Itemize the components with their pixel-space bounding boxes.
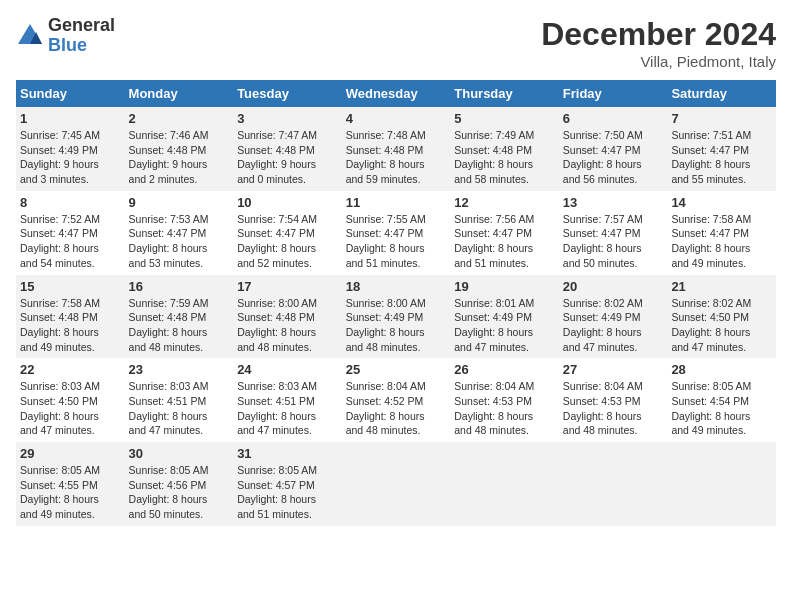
- day-number: 14: [671, 195, 772, 210]
- logo: General Blue: [16, 16, 115, 56]
- day-detail: Sunrise: 7:54 AMSunset: 4:47 PMDaylight:…: [237, 213, 317, 269]
- calendar-week-4: 22Sunrise: 8:03 AMSunset: 4:50 PMDayligh…: [16, 358, 776, 442]
- day-number: 21: [671, 279, 772, 294]
- day-detail: Sunrise: 8:01 AMSunset: 4:49 PMDaylight:…: [454, 297, 534, 353]
- table-row: 17Sunrise: 8:00 AMSunset: 4:48 PMDayligh…: [233, 275, 342, 359]
- day-detail: Sunrise: 7:46 AMSunset: 4:48 PMDaylight:…: [129, 129, 209, 185]
- col-monday: Monday: [125, 80, 234, 107]
- day-number: 17: [237, 279, 338, 294]
- table-row: 20Sunrise: 8:02 AMSunset: 4:49 PMDayligh…: [559, 275, 668, 359]
- table-row: [667, 442, 776, 526]
- day-number: 30: [129, 446, 230, 461]
- col-sunday: Sunday: [16, 80, 125, 107]
- day-number: 8: [20, 195, 121, 210]
- table-row: 13Sunrise: 7:57 AMSunset: 4:47 PMDayligh…: [559, 191, 668, 275]
- table-row: 15Sunrise: 7:58 AMSunset: 4:48 PMDayligh…: [16, 275, 125, 359]
- table-row: 6Sunrise: 7:50 AMSunset: 4:47 PMDaylight…: [559, 107, 668, 191]
- day-detail: Sunrise: 7:50 AMSunset: 4:47 PMDaylight:…: [563, 129, 643, 185]
- day-number: 11: [346, 195, 447, 210]
- day-number: 31: [237, 446, 338, 461]
- day-detail: Sunrise: 8:04 AMSunset: 4:53 PMDaylight:…: [454, 380, 534, 436]
- day-number: 1: [20, 111, 121, 126]
- day-detail: Sunrise: 7:45 AMSunset: 4:49 PMDaylight:…: [20, 129, 100, 185]
- table-row: 9Sunrise: 7:53 AMSunset: 4:47 PMDaylight…: [125, 191, 234, 275]
- day-detail: Sunrise: 7:58 AMSunset: 4:47 PMDaylight:…: [671, 213, 751, 269]
- day-detail: Sunrise: 8:05 AMSunset: 4:57 PMDaylight:…: [237, 464, 317, 520]
- day-number: 25: [346, 362, 447, 377]
- day-detail: Sunrise: 7:51 AMSunset: 4:47 PMDaylight:…: [671, 129, 751, 185]
- day-number: 20: [563, 279, 664, 294]
- table-row: 22Sunrise: 8:03 AMSunset: 4:50 PMDayligh…: [16, 358, 125, 442]
- logo-text: General Blue: [48, 16, 115, 56]
- table-row: 25Sunrise: 8:04 AMSunset: 4:52 PMDayligh…: [342, 358, 451, 442]
- table-row: 18Sunrise: 8:00 AMSunset: 4:49 PMDayligh…: [342, 275, 451, 359]
- location: Villa, Piedmont, Italy: [541, 53, 776, 70]
- table-row: 4Sunrise: 7:48 AMSunset: 4:48 PMDaylight…: [342, 107, 451, 191]
- table-row: 28Sunrise: 8:05 AMSunset: 4:54 PMDayligh…: [667, 358, 776, 442]
- day-detail: Sunrise: 7:48 AMSunset: 4:48 PMDaylight:…: [346, 129, 426, 185]
- day-number: 10: [237, 195, 338, 210]
- day-detail: Sunrise: 7:47 AMSunset: 4:48 PMDaylight:…: [237, 129, 317, 185]
- day-number: 4: [346, 111, 447, 126]
- table-row: 19Sunrise: 8:01 AMSunset: 4:49 PMDayligh…: [450, 275, 559, 359]
- day-detail: Sunrise: 7:56 AMSunset: 4:47 PMDaylight:…: [454, 213, 534, 269]
- table-row: 27Sunrise: 8:04 AMSunset: 4:53 PMDayligh…: [559, 358, 668, 442]
- day-number: 26: [454, 362, 555, 377]
- table-row: 5Sunrise: 7:49 AMSunset: 4:48 PMDaylight…: [450, 107, 559, 191]
- col-wednesday: Wednesday: [342, 80, 451, 107]
- day-number: 3: [237, 111, 338, 126]
- day-detail: Sunrise: 7:49 AMSunset: 4:48 PMDaylight:…: [454, 129, 534, 185]
- table-row: 29Sunrise: 8:05 AMSunset: 4:55 PMDayligh…: [16, 442, 125, 526]
- day-detail: Sunrise: 8:00 AMSunset: 4:49 PMDaylight:…: [346, 297, 426, 353]
- table-row: 26Sunrise: 8:04 AMSunset: 4:53 PMDayligh…: [450, 358, 559, 442]
- day-detail: Sunrise: 7:53 AMSunset: 4:47 PMDaylight:…: [129, 213, 209, 269]
- day-number: 23: [129, 362, 230, 377]
- calendar-week-3: 15Sunrise: 7:58 AMSunset: 4:48 PMDayligh…: [16, 275, 776, 359]
- col-tuesday: Tuesday: [233, 80, 342, 107]
- day-detail: Sunrise: 7:58 AMSunset: 4:48 PMDaylight:…: [20, 297, 100, 353]
- table-row: 16Sunrise: 7:59 AMSunset: 4:48 PMDayligh…: [125, 275, 234, 359]
- day-number: 9: [129, 195, 230, 210]
- logo-general: General: [48, 16, 115, 36]
- calendar-week-1: 1Sunrise: 7:45 AMSunset: 4:49 PMDaylight…: [16, 107, 776, 191]
- logo-icon: [16, 22, 44, 50]
- table-row: 31Sunrise: 8:05 AMSunset: 4:57 PMDayligh…: [233, 442, 342, 526]
- day-number: 12: [454, 195, 555, 210]
- calendar-header-row: Sunday Monday Tuesday Wednesday Thursday…: [16, 80, 776, 107]
- day-detail: Sunrise: 8:05 AMSunset: 4:54 PMDaylight:…: [671, 380, 751, 436]
- table-row: 8Sunrise: 7:52 AMSunset: 4:47 PMDaylight…: [16, 191, 125, 275]
- day-number: 5: [454, 111, 555, 126]
- day-number: 13: [563, 195, 664, 210]
- col-thursday: Thursday: [450, 80, 559, 107]
- table-row: 7Sunrise: 7:51 AMSunset: 4:47 PMDaylight…: [667, 107, 776, 191]
- table-row: [450, 442, 559, 526]
- table-row: 12Sunrise: 7:56 AMSunset: 4:47 PMDayligh…: [450, 191, 559, 275]
- month-title: December 2024: [541, 16, 776, 53]
- calendar-table: Sunday Monday Tuesday Wednesday Thursday…: [16, 80, 776, 526]
- logo-blue: Blue: [48, 36, 115, 56]
- day-detail: Sunrise: 7:52 AMSunset: 4:47 PMDaylight:…: [20, 213, 100, 269]
- day-number: 6: [563, 111, 664, 126]
- calendar-week-2: 8Sunrise: 7:52 AMSunset: 4:47 PMDaylight…: [16, 191, 776, 275]
- table-row: 2Sunrise: 7:46 AMSunset: 4:48 PMDaylight…: [125, 107, 234, 191]
- day-detail: Sunrise: 8:03 AMSunset: 4:51 PMDaylight:…: [237, 380, 317, 436]
- day-number: 18: [346, 279, 447, 294]
- col-saturday: Saturday: [667, 80, 776, 107]
- table-row: 30Sunrise: 8:05 AMSunset: 4:56 PMDayligh…: [125, 442, 234, 526]
- calendar-week-5: 29Sunrise: 8:05 AMSunset: 4:55 PMDayligh…: [16, 442, 776, 526]
- table-row: 24Sunrise: 8:03 AMSunset: 4:51 PMDayligh…: [233, 358, 342, 442]
- day-detail: Sunrise: 7:59 AMSunset: 4:48 PMDaylight:…: [129, 297, 209, 353]
- day-number: 22: [20, 362, 121, 377]
- day-number: 29: [20, 446, 121, 461]
- table-row: 23Sunrise: 8:03 AMSunset: 4:51 PMDayligh…: [125, 358, 234, 442]
- day-number: 19: [454, 279, 555, 294]
- day-number: 16: [129, 279, 230, 294]
- title-block: December 2024 Villa, Piedmont, Italy: [541, 16, 776, 70]
- table-row: 21Sunrise: 8:02 AMSunset: 4:50 PMDayligh…: [667, 275, 776, 359]
- day-detail: Sunrise: 7:55 AMSunset: 4:47 PMDaylight:…: [346, 213, 426, 269]
- day-detail: Sunrise: 8:02 AMSunset: 4:49 PMDaylight:…: [563, 297, 643, 353]
- day-number: 28: [671, 362, 772, 377]
- table-row: 11Sunrise: 7:55 AMSunset: 4:47 PMDayligh…: [342, 191, 451, 275]
- table-row: 3Sunrise: 7:47 AMSunset: 4:48 PMDaylight…: [233, 107, 342, 191]
- table-row: 1Sunrise: 7:45 AMSunset: 4:49 PMDaylight…: [16, 107, 125, 191]
